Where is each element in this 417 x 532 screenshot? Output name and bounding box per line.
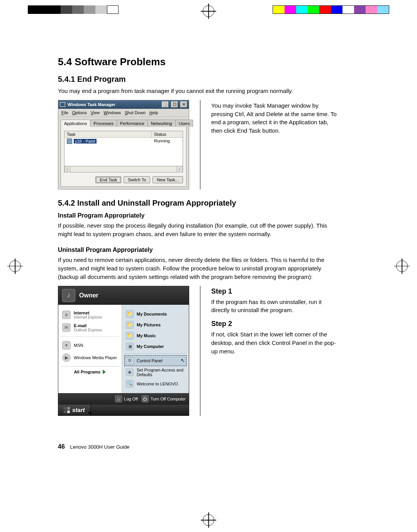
- turn-off-button[interactable]: ⏻Turn Off Computer: [142, 395, 186, 402]
- pinned-label: E-mail: [74, 323, 102, 328]
- app-icon: [60, 102, 65, 107]
- cursor-icon: ↖: [87, 410, 92, 416]
- step1-text: If the program has its own uninstaller, …: [211, 298, 340, 315]
- windows-logo-icon: [64, 407, 70, 413]
- registration-mark-top: [203, 5, 214, 17]
- page-footer: 46 Lenovo 3000H User Guide: [58, 443, 129, 450]
- tab-networking[interactable]: Networking: [147, 120, 176, 127]
- menu-bar: FileOptionsViewWindowsShut DownHelp: [58, 109, 189, 117]
- power-icon: ⏻: [142, 395, 149, 402]
- logoff-label: Log Off: [124, 397, 138, 401]
- start-right-item[interactable]: 📁My Documents: [124, 309, 186, 319]
- pinned-internet[interactable]: e InternetInternet Explorer: [61, 309, 119, 321]
- computer-icon: 🖥: [126, 343, 134, 350]
- start-right-item[interactable]: 📁My Music: [124, 330, 186, 341]
- start-right-label: My Computer: [137, 344, 164, 349]
- start-menu: ♪ Owner e InternetInternet Explorer ✉ E-…: [58, 286, 189, 416]
- start-right-label: My Documents: [137, 312, 167, 316]
- maximize-button[interactable]: ☐: [171, 101, 178, 108]
- window-title: Windows Task Manager: [68, 102, 159, 107]
- start-right-label: Set Program Access and Defaults: [137, 368, 185, 377]
- start-right-label: Control Panel: [137, 358, 163, 363]
- book-title: Lenovo 3000H User Guide: [70, 444, 129, 450]
- column-divider: [200, 286, 200, 416]
- msn-icon: ✦: [62, 341, 71, 350]
- access-icon: ◉: [126, 368, 134, 376]
- start-item-msn[interactable]: ✦ MSN: [61, 339, 119, 351]
- tab-applications[interactable]: Applications: [61, 120, 90, 127]
- menu-help[interactable]: Help: [149, 110, 158, 115]
- task-list[interactable]: Task Status y18 - Paint Running: [64, 131, 183, 166]
- start-right-label: My Music: [137, 333, 156, 338]
- intro-text: You may end a program from task manager …: [58, 87, 340, 95]
- page-number: 46: [58, 443, 65, 450]
- folder-icon: 📁: [126, 310, 134, 318]
- start-right-item[interactable]: 📁My Pictures: [124, 319, 186, 330]
- tab-performance[interactable]: Performance: [117, 120, 148, 127]
- user-name: Owner: [79, 292, 98, 299]
- menu-windows[interactable]: Windows: [103, 110, 121, 115]
- log-off-button[interactable]: ⍈Log Off: [115, 395, 138, 402]
- chevron-right-icon: [103, 370, 106, 374]
- pinned-label: Internet: [74, 311, 102, 315]
- folder-icon: 📁: [126, 332, 134, 339]
- menu-shut-down[interactable]: Shut Down: [125, 110, 146, 115]
- scroll-left-icon[interactable]: ‹: [64, 166, 71, 172]
- start-item-label: Windows Media Player: [74, 355, 117, 360]
- step1-heading: Step 1: [211, 287, 340, 296]
- close-button[interactable]: ✕: [180, 101, 187, 108]
- start-right-label: Welcome to LENOVO: [137, 382, 178, 386]
- wmp-icon: ▶: [62, 353, 71, 362]
- pinned-email[interactable]: ✉ E-mailOutlook Express: [61, 321, 119, 334]
- step2-text: If not, click Start in the lower left co…: [211, 330, 340, 355]
- start-right-item[interactable]: ◉Set Program Access and Defaults: [124, 366, 186, 378]
- column-header-task[interactable]: Task: [64, 131, 152, 137]
- start-right-item[interactable]: 🖥My Computer: [124, 341, 186, 352]
- task-manager-window: Windows Task Manager _ ☐ ✕ FileOptionsVi…: [58, 100, 189, 189]
- start-menu-header: ♪ Owner: [58, 286, 189, 305]
- menu-options[interactable]: Options: [72, 110, 87, 115]
- start-label: start: [72, 407, 85, 413]
- start-right-item[interactable]: 🔍Welcome to LENOVO: [124, 378, 186, 389]
- ie-icon: e: [62, 311, 71, 319]
- taskbar: start ↖: [58, 405, 189, 415]
- heading-install: Install Program Appropriately: [58, 212, 340, 219]
- menu-file[interactable]: File: [61, 110, 68, 115]
- section-title: 5.4 Software Problems: [58, 56, 340, 68]
- start-right-item[interactable]: ⚙Control Panel↖: [124, 355, 186, 366]
- new-task-button[interactable]: New Task...: [153, 176, 183, 183]
- start-right-label: My Pictures: [137, 323, 161, 327]
- switch-to-button[interactable]: Switch To: [124, 176, 150, 183]
- task-name: y18 - Paint: [74, 139, 97, 144]
- tab-users[interactable]: Users: [175, 120, 193, 127]
- end-task-button[interactable]: End Task: [95, 176, 121, 183]
- minimize-button[interactable]: _: [162, 101, 169, 108]
- turnoff-label: Turn Off Computer: [151, 397, 186, 401]
- scroll-right-icon[interactable]: ›: [176, 166, 183, 172]
- step2-heading: Step 2: [211, 320, 340, 328]
- install-text: If possible, never stop the process ille…: [58, 221, 340, 238]
- pinned-sublabel: Internet Explorer: [74, 315, 102, 319]
- tab-processes[interactable]: Processes: [90, 120, 117, 127]
- horizontal-scrollbar[interactable]: ‹ ›: [64, 166, 183, 172]
- titlebar: Windows Task Manager _ ☐ ✕: [58, 100, 189, 109]
- start-button[interactable]: start ↖: [58, 405, 91, 415]
- column-header-status[interactable]: Status: [152, 131, 183, 137]
- table-row[interactable]: y18 - Paint Running: [64, 138, 183, 145]
- mail-icon: ✉: [62, 323, 71, 332]
- menu-view[interactable]: View: [91, 110, 100, 115]
- all-programs[interactable]: All Programs: [61, 366, 119, 374]
- search-icon: 🔍: [126, 380, 134, 388]
- user-avatar: ♪: [62, 289, 75, 302]
- subsection-title-end-program: 5.4.1 End Program: [58, 75, 340, 84]
- start-menu-footer: ⍈Log Off ⏻Turn Off Computer: [58, 393, 189, 405]
- registration-mark-right: [396, 260, 408, 272]
- uninstall-text: If you need to remove certain applicatio…: [58, 256, 340, 281]
- start-item-wmp[interactable]: ▶ Windows Media Player: [61, 351, 119, 364]
- task-manager-instructions: You may invoke Task Manager window by pr…: [211, 101, 340, 135]
- registration-mark-bottom: [203, 514, 214, 526]
- paint-icon: [67, 138, 72, 144]
- print-calibration-strip: [0, 5, 417, 14]
- page-content: 5.4 Software Problems 5.4.1 End Program …: [58, 56, 340, 425]
- registration-mark-left: [9, 260, 21, 272]
